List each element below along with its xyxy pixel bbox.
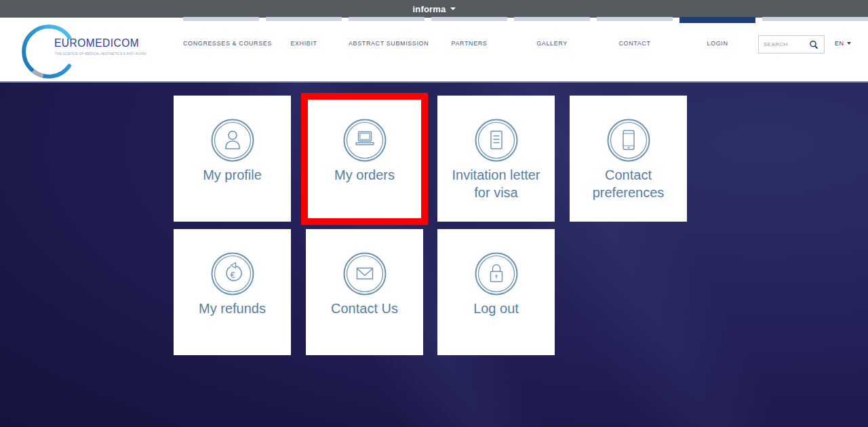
informa-topbar: informa	[0, 0, 868, 18]
menu-tab-strip	[183, 17, 259, 21]
refund-icon: €	[210, 251, 255, 299]
nav-item-gallery[interactable]: GALLERY	[514, 40, 590, 47]
nav-item-login[interactable]: LOGIN	[679, 40, 755, 47]
logo-tagline: THE SCIENCE OF MEDICAL AESTHETICS & ANTI…	[55, 52, 146, 56]
logo-title: EUROMEDICOM	[54, 37, 139, 49]
card-contact-us[interactable]: Contact Us	[306, 229, 423, 355]
lock-icon	[474, 251, 519, 299]
card-label: Contact Us	[313, 300, 416, 317]
nav-item-exhibit[interactable]: EXHIBIT	[266, 40, 342, 47]
card-label: Contact preferences	[577, 166, 680, 201]
page: informa EUROMEDICOM	[0, 0, 868, 427]
nav-item-partners[interactable]: PARTNERS	[431, 40, 507, 47]
user-icon	[210, 118, 255, 165]
card-log-out[interactable]: Log out	[437, 229, 555, 355]
informa-brand[interactable]: informa	[412, 4, 446, 14]
document-icon	[474, 118, 519, 165]
search-box	[758, 35, 825, 54]
card-label: My profile	[181, 166, 284, 184]
nav-item-abstract-submission[interactable]: ABSTRACT SUBMISSION	[349, 40, 425, 47]
card-contact-preferences[interactable]: Contact preferences	[570, 96, 687, 222]
site-header: EUROMEDICOM THE SCIENCE OF MEDICAL AESTH…	[0, 18, 868, 81]
euromedicom-logo[interactable]: EUROMEDICOM THE SCIENCE OF MEDICAL AESTH…	[12, 19, 168, 83]
nav-item-congresses-courses[interactable]: CONGRESSES & COURSES	[183, 40, 259, 47]
card-label: Invitation letter for visa	[445, 166, 548, 201]
menu-tab-strip	[349, 17, 425, 21]
nav-item-contact[interactable]: CONTACT	[597, 40, 673, 47]
card-my-profile[interactable]: My profile	[174, 96, 291, 222]
chevron-down-icon	[450, 7, 456, 10]
menu-tab-strip-active	[679, 17, 755, 23]
card-invitation-letter[interactable]: Invitation letter for visa	[437, 96, 555, 222]
card-label: My orders	[313, 166, 416, 184]
laptop-icon	[342, 118, 387, 165]
smartphone-icon	[606, 118, 651, 165]
card-my-orders[interactable]: My orders	[306, 96, 423, 222]
menu-tab-strip	[431, 17, 507, 21]
account-dashboard: My profile My orders	[0, 81, 868, 427]
envelope-icon	[342, 251, 387, 299]
search-input[interactable]	[759, 36, 808, 53]
language-value: EN	[835, 40, 844, 47]
language-selector[interactable]: EN	[835, 40, 851, 47]
card-my-refunds[interactable]: € My refunds	[174, 229, 291, 355]
card-label: Log out	[445, 300, 548, 317]
svg-text:€: €	[230, 270, 235, 280]
card-label: My refunds	[181, 300, 284, 317]
menu-tab-strip	[597, 17, 673, 21]
menu-tab-strip	[266, 17, 342, 21]
search-icon[interactable]	[809, 40, 818, 49]
chevron-down-icon	[847, 42, 851, 45]
menu-tab-strip	[514, 17, 590, 21]
menu-tab-strip	[762, 17, 868, 21]
